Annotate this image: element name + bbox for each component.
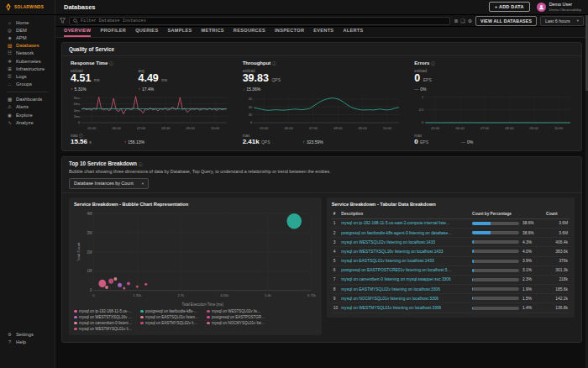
row-count: 3.6M (544, 228, 570, 237)
sidebar-item-help[interactable]: ?Help (0, 339, 55, 346)
info-icon[interactable]: ⓘ (139, 161, 143, 166)
info-icon[interactable]: ⓘ (431, 60, 435, 66)
sidebar-item-network[interactable]: ☷Network (0, 50, 55, 57)
tab-profiler[interactable]: PROFILER (100, 28, 126, 37)
bubble-datapoint[interactable] (136, 285, 139, 287)
sidebar-item-databases[interactable]: ▤Databases (0, 42, 55, 50)
time-range-value: Last 6 hours (545, 18, 570, 24)
service-link[interactable]: mysql on EASTSQL01v listening on localho… (341, 259, 452, 263)
sidebar-item-infrastructure[interactable]: ⊞Infrastructure (0, 65, 55, 72)
gear-icon[interactable]: ⚙ (468, 18, 472, 24)
breakdown-dimension-dropdown[interactable]: Database Instances by Count ▾ (69, 178, 149, 189)
add-data-button[interactable]: + ADD DATA (489, 2, 530, 12)
service-link[interactable]: postgresql on fastfoodie-k8s-agent-0 lis… (341, 231, 452, 235)
solarwinds-logo[interactable]: SOLARWINDS (0, 0, 55, 14)
tab-queries[interactable]: QUERIES (135, 28, 158, 37)
sidebar-item-logs[interactable]: ☰Logs (0, 72, 55, 80)
legend-label: mysql on NOCMYSQL01v listeni... (212, 321, 265, 325)
legend-item[interactable]: mysql on camembert-0 listening... (74, 321, 133, 325)
tab-samples[interactable]: SAMPLES (167, 28, 192, 37)
service-link[interactable]: postgresql on EASTPOSTGRE01v listening o… (341, 268, 452, 272)
legend-item[interactable]: postgresql on EASTPOSTGRE0... (207, 315, 265, 319)
throughput-chart[interactable]: 454035005:0006:0007:0008:0009:0010:00 (243, 93, 402, 132)
bubble-datapoint[interactable] (98, 280, 106, 287)
database-filter-input[interactable] (81, 18, 446, 24)
bubble-datapoint[interactable] (118, 282, 122, 287)
sidebar-item-settings[interactable]: ⚙Settings (0, 331, 55, 339)
bubble-datapoint[interactable] (127, 281, 130, 285)
tab-metrics[interactable]: METRICS (202, 28, 224, 37)
sidebar-item-kubernetes[interactable]: ✲Kubernetes (0, 57, 55, 65)
legend-item[interactable]: mysql on WESTSTXSQL16v list... (74, 315, 133, 319)
legend-item[interactable]: postgresql on fastfoodie-k8s-age... (140, 309, 199, 313)
percentage-value: 1.4% (522, 306, 532, 310)
service-link[interactable]: mysql on WESTMYSQL01v listening on local… (341, 306, 452, 310)
bubble-chart[interactable]: 4M3M2M1M001.35k2.7k4.05k5.4k6.75kTotal E… (74, 208, 317, 308)
bubble-datapoint[interactable] (113, 277, 117, 281)
sidebar-item-label: Infrastructure (16, 66, 45, 71)
legend-dot-icon (74, 310, 77, 313)
time-range-dropdown[interactable]: Last 6 hours ▾ (540, 16, 584, 26)
avatar[interactable] (537, 3, 546, 12)
qos-panel-throughput: Throughput ⓘestload39.83 QPS↓15.36%45403… (243, 60, 402, 145)
bubble-datapoint[interactable] (123, 287, 125, 289)
legend-item[interactable]: mysql on EASTMYSQL02v liste... (140, 321, 199, 325)
breakdown-table: #DescriptionCount by PercentageCount 1my… (332, 210, 570, 313)
sidebar-item-explore[interactable]: ◉Explore (0, 111, 55, 118)
chevron-down-icon: ▾ (577, 18, 579, 23)
bubble-datapoint[interactable] (286, 213, 302, 229)
service-link[interactable]: mysql on WESTSTXSQL16v listening on loca… (341, 250, 452, 254)
sidebar-item-label: Dashboards (16, 97, 42, 102)
row-percentage: 4.0% (470, 247, 544, 256)
tab-inspector[interactable]: INSPECTOR (275, 28, 304, 37)
dashboard-scroll[interactable]: Quality of Service Response Time ⓘestloa… (55, 38, 588, 368)
legend-item[interactable]: mysql on WESTSQL02v lis... (207, 309, 260, 313)
tab-overview[interactable]: OVERVIEW (64, 28, 91, 37)
errors-chart[interactable]: 10.5005:0006:0007:0008:0009:0010:00 (414, 93, 573, 132)
legend-item[interactable]: mysql on WESTMYSQL01v liste... (74, 327, 133, 331)
settings-icon: ⚙ (7, 332, 13, 337)
tab-events[interactable]: EVENTS (313, 28, 333, 37)
bubble-datapoint[interactable] (108, 278, 113, 283)
legend-dot-icon (207, 316, 210, 319)
sidebar-item-dem[interactable]: ◎DEM (0, 26, 55, 34)
bubble-datapoint[interactable] (105, 286, 108, 289)
tab-resources[interactable]: RESOURCES (234, 28, 265, 37)
column-header-#[interactable]: # (332, 210, 339, 219)
info-icon[interactable]: ⓘ (272, 60, 276, 66)
legend-item[interactable]: mysql on NOCMYSQL01v listeni... (207, 321, 265, 325)
response-time-chart[interactable]: 8ms6ms4ms2ms005:0006:0007:0008:0009:0010… (71, 93, 229, 132)
sidebar-item-analyze[interactable]: ∿Analyze (0, 118, 55, 126)
delta-value: 0% (420, 87, 426, 92)
filter-funnel-icon[interactable] (60, 18, 66, 24)
service-link[interactable]: mysql on ip-192-168-11-5.us-east-2.compu… (341, 221, 452, 225)
home-icon: ⌂ (7, 20, 13, 25)
service-link[interactable]: mysql on camembert-0 listening on mysql.… (341, 277, 452, 281)
view-all-databases-button[interactable]: VIEW ALL DATABASES (475, 16, 537, 26)
column-header-count[interactable]: Count (544, 210, 570, 219)
stat-delta: ↑17.4% (138, 87, 166, 92)
legend-item[interactable]: mysql on EASTSQL01v listening... (140, 315, 199, 319)
service-link[interactable]: mysql on NOCMYSQL01v listening on localh… (341, 297, 452, 301)
bubble-datapoint[interactable] (144, 282, 147, 285)
service-link[interactable]: mysql on EASTMYSQL02v listening on local… (341, 287, 452, 292)
legend-item[interactable]: mysql on ip-192-168-11-5.us-ea... (74, 309, 133, 313)
row-count: 185.6k (544, 285, 570, 294)
svg-text:10:00: 10:00 (554, 126, 564, 130)
sidebar-item-groups[interactable]: ∴Groups (0, 81, 55, 88)
tab-alerts[interactable]: ALERTS (343, 28, 363, 37)
chevron-down-icon: ▾ (142, 181, 144, 186)
service-link[interactable]: mysql on WESTSQL02v listening on localho… (341, 240, 452, 244)
infrastructure-icon: ⊞ (7, 66, 13, 71)
breakdown-title: Top 10 Service Breakdown (69, 160, 137, 166)
column-header-count-by-percentage[interactable]: Count by Percentage (470, 210, 544, 219)
list-icon[interactable]: ≣ (454, 18, 458, 24)
user-menu[interactable]: Demo User Demo Observability (537, 2, 581, 12)
sidebar-item-home[interactable]: ⌂Home (0, 18, 55, 26)
card-view-icon[interactable]: ❏ (460, 18, 465, 24)
sidebar-item-apm[interactable]: ◈APM (0, 34, 55, 41)
info-icon[interactable]: ⓘ (109, 60, 113, 66)
sidebar-item-alerts[interactable]: ⚠Alerts (0, 103, 55, 111)
column-header-description[interactable]: Description (339, 210, 470, 219)
sidebar-item-dashboards[interactable]: ▦Dashboards (0, 96, 55, 103)
